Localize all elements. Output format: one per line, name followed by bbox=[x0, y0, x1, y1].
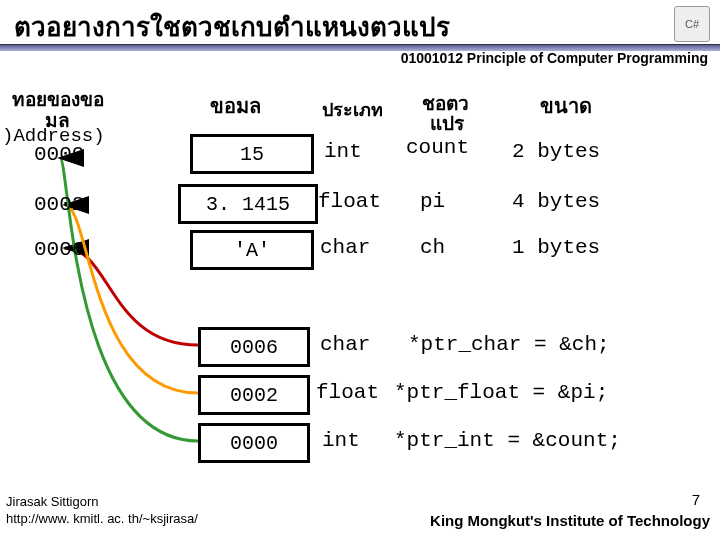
type-0: int bbox=[324, 140, 362, 163]
course-code: 01001012 Principle of Computer Programmi… bbox=[401, 50, 708, 66]
ptr-data-2: 0000 bbox=[198, 423, 310, 463]
var-2: ch bbox=[420, 236, 445, 259]
header-size: ขนาด bbox=[540, 90, 592, 122]
author-name: Jirasak Sittigorn bbox=[6, 494, 198, 511]
header-data: ขอมล bbox=[210, 90, 261, 122]
addr-2: 0006 bbox=[34, 238, 84, 261]
header-var-line2: แปร bbox=[430, 108, 464, 138]
var-0: count bbox=[406, 136, 469, 159]
footer-left: Jirasak Sittigorn http://www. kmitl. ac.… bbox=[6, 494, 198, 528]
size-1: 4 bytes bbox=[512, 190, 600, 213]
header-type: ประเภท bbox=[322, 95, 383, 124]
page-number: 7 bbox=[692, 491, 700, 508]
type-1: float bbox=[318, 190, 381, 213]
data-cell-1: 3. 1415 bbox=[178, 184, 318, 224]
addr-0: 0000 bbox=[34, 143, 84, 166]
var-1: pi bbox=[420, 190, 445, 213]
ptr-type-0: char bbox=[320, 333, 370, 356]
size-2: 1 bytes bbox=[512, 236, 600, 259]
ptr-type-2: int bbox=[322, 429, 360, 452]
pointer-arrows bbox=[0, 0, 720, 540]
author-url: http://www. kmitl. ac. th/~ksjirasa/ bbox=[6, 511, 198, 528]
ptr-expr-2: *ptr_int = &count; bbox=[394, 429, 621, 452]
data-cell-2: 'A' bbox=[190, 230, 314, 270]
ptr-expr-1: *ptr_float = &pi; bbox=[394, 381, 608, 404]
data-cell-0: 15 bbox=[190, 134, 314, 174]
size-0: 2 bytes bbox=[512, 140, 600, 163]
ptr-data-1: 0002 bbox=[198, 375, 310, 415]
csharp-badge-icon: C# bbox=[674, 6, 710, 42]
ptr-data-0: 0006 bbox=[198, 327, 310, 367]
addr-1: 0002 bbox=[34, 193, 84, 216]
footer-institute: King Mongkut's Institute of Technology bbox=[430, 511, 710, 531]
slide-title: ตวอยางการใชตวชเกบตำแหนงตวแปร bbox=[14, 6, 450, 47]
ptr-expr-0: *ptr_char = &ch; bbox=[408, 333, 610, 356]
ptr-type-1: float bbox=[316, 381, 379, 404]
type-2: char bbox=[320, 236, 370, 259]
